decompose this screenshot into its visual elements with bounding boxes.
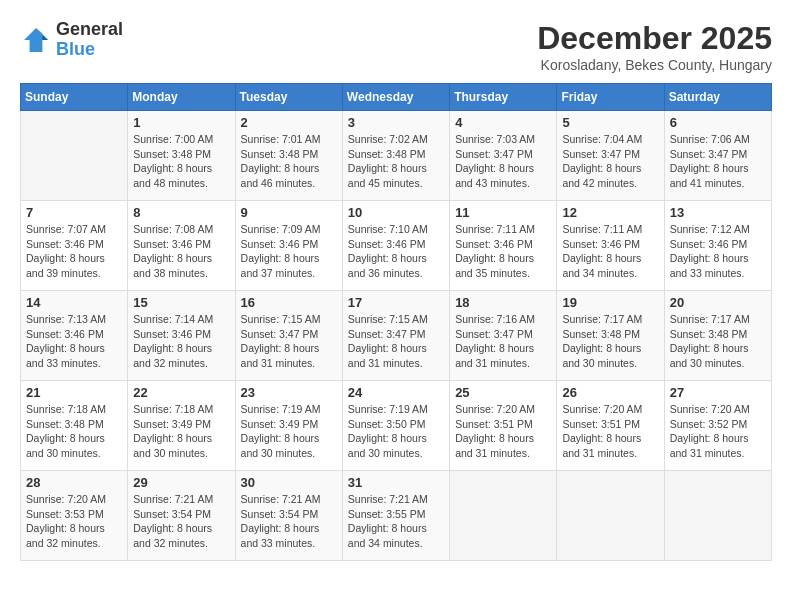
day-info: Sunrise: 7:20 AMSunset: 3:51 PMDaylight:… [562, 402, 658, 461]
day-number: 19 [562, 295, 658, 310]
day-number: 30 [241, 475, 337, 490]
day-number: 27 [670, 385, 766, 400]
day-number: 8 [133, 205, 229, 220]
calendar-cell: 22Sunrise: 7:18 AMSunset: 3:49 PMDayligh… [128, 381, 235, 471]
weekday-header-row: SundayMondayTuesdayWednesdayThursdayFrid… [21, 84, 772, 111]
logo: General Blue [20, 20, 123, 60]
day-number: 11 [455, 205, 551, 220]
day-number: 26 [562, 385, 658, 400]
day-info: Sunrise: 7:11 AMSunset: 3:46 PMDaylight:… [562, 222, 658, 281]
calendar-cell: 12Sunrise: 7:11 AMSunset: 3:46 PMDayligh… [557, 201, 664, 291]
day-number: 17 [348, 295, 444, 310]
calendar-table: SundayMondayTuesdayWednesdayThursdayFrid… [20, 83, 772, 561]
calendar-cell [557, 471, 664, 561]
day-number: 23 [241, 385, 337, 400]
calendar-cell: 5Sunrise: 7:04 AMSunset: 3:47 PMDaylight… [557, 111, 664, 201]
month-title: December 2025 [537, 20, 772, 57]
calendar-week-5: 28Sunrise: 7:20 AMSunset: 3:53 PMDayligh… [21, 471, 772, 561]
day-info: Sunrise: 7:10 AMSunset: 3:46 PMDaylight:… [348, 222, 444, 281]
day-info: Sunrise: 7:01 AMSunset: 3:48 PMDaylight:… [241, 132, 337, 191]
day-info: Sunrise: 7:21 AMSunset: 3:54 PMDaylight:… [133, 492, 229, 551]
day-info: Sunrise: 7:14 AMSunset: 3:46 PMDaylight:… [133, 312, 229, 371]
day-info: Sunrise: 7:06 AMSunset: 3:47 PMDaylight:… [670, 132, 766, 191]
day-info: Sunrise: 7:20 AMSunset: 3:53 PMDaylight:… [26, 492, 122, 551]
day-number: 1 [133, 115, 229, 130]
calendar-week-4: 21Sunrise: 7:18 AMSunset: 3:48 PMDayligh… [21, 381, 772, 471]
day-info: Sunrise: 7:18 AMSunset: 3:49 PMDaylight:… [133, 402, 229, 461]
day-number: 16 [241, 295, 337, 310]
location-text: Korosladany, Bekes County, Hungary [537, 57, 772, 73]
day-info: Sunrise: 7:16 AMSunset: 3:47 PMDaylight:… [455, 312, 551, 371]
day-number: 10 [348, 205, 444, 220]
calendar-cell: 27Sunrise: 7:20 AMSunset: 3:52 PMDayligh… [664, 381, 771, 471]
day-info: Sunrise: 7:17 AMSunset: 3:48 PMDaylight:… [562, 312, 658, 371]
day-number: 2 [241, 115, 337, 130]
calendar-cell: 29Sunrise: 7:21 AMSunset: 3:54 PMDayligh… [128, 471, 235, 561]
logo-general-text: General [56, 19, 123, 39]
day-info: Sunrise: 7:08 AMSunset: 3:46 PMDaylight:… [133, 222, 229, 281]
day-number: 5 [562, 115, 658, 130]
day-info: Sunrise: 7:11 AMSunset: 3:46 PMDaylight:… [455, 222, 551, 281]
calendar-cell: 15Sunrise: 7:14 AMSunset: 3:46 PMDayligh… [128, 291, 235, 381]
day-info: Sunrise: 7:09 AMSunset: 3:46 PMDaylight:… [241, 222, 337, 281]
day-number: 4 [455, 115, 551, 130]
calendar-cell: 18Sunrise: 7:16 AMSunset: 3:47 PMDayligh… [450, 291, 557, 381]
day-number: 12 [562, 205, 658, 220]
weekday-header-monday: Monday [128, 84, 235, 111]
calendar-cell: 20Sunrise: 7:17 AMSunset: 3:48 PMDayligh… [664, 291, 771, 381]
logo-blue-text: Blue [56, 39, 95, 59]
calendar-cell: 6Sunrise: 7:06 AMSunset: 3:47 PMDaylight… [664, 111, 771, 201]
calendar-cell: 30Sunrise: 7:21 AMSunset: 3:54 PMDayligh… [235, 471, 342, 561]
calendar-cell: 31Sunrise: 7:21 AMSunset: 3:55 PMDayligh… [342, 471, 449, 561]
day-info: Sunrise: 7:19 AMSunset: 3:49 PMDaylight:… [241, 402, 337, 461]
calendar-cell: 10Sunrise: 7:10 AMSunset: 3:46 PMDayligh… [342, 201, 449, 291]
calendar-cell: 9Sunrise: 7:09 AMSunset: 3:46 PMDaylight… [235, 201, 342, 291]
calendar-cell: 23Sunrise: 7:19 AMSunset: 3:49 PMDayligh… [235, 381, 342, 471]
calendar-cell: 4Sunrise: 7:03 AMSunset: 3:47 PMDaylight… [450, 111, 557, 201]
day-number: 28 [26, 475, 122, 490]
weekday-header-saturday: Saturday [664, 84, 771, 111]
calendar-cell: 21Sunrise: 7:18 AMSunset: 3:48 PMDayligh… [21, 381, 128, 471]
day-number: 21 [26, 385, 122, 400]
calendar-week-1: 1Sunrise: 7:00 AMSunset: 3:48 PMDaylight… [21, 111, 772, 201]
day-number: 18 [455, 295, 551, 310]
day-number: 6 [670, 115, 766, 130]
day-number: 15 [133, 295, 229, 310]
day-number: 7 [26, 205, 122, 220]
day-number: 3 [348, 115, 444, 130]
calendar-cell: 11Sunrise: 7:11 AMSunset: 3:46 PMDayligh… [450, 201, 557, 291]
calendar-cell: 16Sunrise: 7:15 AMSunset: 3:47 PMDayligh… [235, 291, 342, 381]
calendar-cell: 25Sunrise: 7:20 AMSunset: 3:51 PMDayligh… [450, 381, 557, 471]
calendar-cell: 3Sunrise: 7:02 AMSunset: 3:48 PMDaylight… [342, 111, 449, 201]
day-number: 14 [26, 295, 122, 310]
weekday-header-wednesday: Wednesday [342, 84, 449, 111]
day-info: Sunrise: 7:18 AMSunset: 3:48 PMDaylight:… [26, 402, 122, 461]
calendar-cell: 24Sunrise: 7:19 AMSunset: 3:50 PMDayligh… [342, 381, 449, 471]
day-info: Sunrise: 7:12 AMSunset: 3:46 PMDaylight:… [670, 222, 766, 281]
calendar-cell: 2Sunrise: 7:01 AMSunset: 3:48 PMDaylight… [235, 111, 342, 201]
title-area: December 2025 Korosladany, Bekes County,… [537, 20, 772, 73]
day-number: 29 [133, 475, 229, 490]
calendar-cell: 17Sunrise: 7:15 AMSunset: 3:47 PMDayligh… [342, 291, 449, 381]
weekday-header-friday: Friday [557, 84, 664, 111]
day-info: Sunrise: 7:19 AMSunset: 3:50 PMDaylight:… [348, 402, 444, 461]
day-number: 24 [348, 385, 444, 400]
day-number: 22 [133, 385, 229, 400]
calendar-header: SundayMondayTuesdayWednesdayThursdayFrid… [21, 84, 772, 111]
day-number: 13 [670, 205, 766, 220]
page-header: General Blue December 2025 Korosladany, … [20, 20, 772, 73]
calendar-week-3: 14Sunrise: 7:13 AMSunset: 3:46 PMDayligh… [21, 291, 772, 381]
day-info: Sunrise: 7:13 AMSunset: 3:46 PMDaylight:… [26, 312, 122, 371]
calendar-body: 1Sunrise: 7:00 AMSunset: 3:48 PMDaylight… [21, 111, 772, 561]
calendar-cell [450, 471, 557, 561]
day-info: Sunrise: 7:15 AMSunset: 3:47 PMDaylight:… [348, 312, 444, 371]
logo-icon [20, 24, 52, 56]
day-info: Sunrise: 7:04 AMSunset: 3:47 PMDaylight:… [562, 132, 658, 191]
calendar-cell: 8Sunrise: 7:08 AMSunset: 3:46 PMDaylight… [128, 201, 235, 291]
day-info: Sunrise: 7:21 AMSunset: 3:54 PMDaylight:… [241, 492, 337, 551]
day-info: Sunrise: 7:03 AMSunset: 3:47 PMDaylight:… [455, 132, 551, 191]
day-number: 25 [455, 385, 551, 400]
calendar-cell: 7Sunrise: 7:07 AMSunset: 3:46 PMDaylight… [21, 201, 128, 291]
day-number: 31 [348, 475, 444, 490]
weekday-header-tuesday: Tuesday [235, 84, 342, 111]
